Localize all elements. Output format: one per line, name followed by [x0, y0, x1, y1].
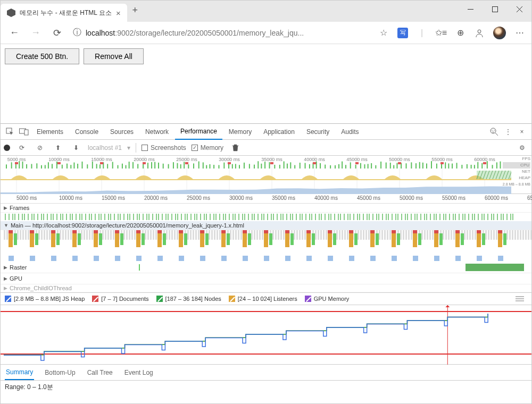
close-icon[interactable]: × [116, 9, 121, 18]
svg-text:15000 ms: 15000 ms [91, 157, 112, 162]
url-box[interactable]: ⓘ localhost:9002/storage/lecture/2020050… [69, 27, 372, 38]
svg-rect-113 [338, 164, 339, 169]
record-button[interactable] [4, 145, 10, 151]
browser-tab[interactable]: 메모리 누수 - 새로운 HTML 요소 × [1, 4, 127, 22]
frames-track[interactable] [1, 213, 531, 221]
svg-rect-44 [45, 165, 46, 169]
window-titlebar: 메모리 누수 - 새로운 HTML 요소 × + [1, 1, 531, 22]
legend-gpu[interactable]: GPU Memory [305, 296, 350, 302]
clear-icon[interactable]: ⊘ [34, 141, 46, 154]
memory-checkbox[interactable]: ✓Memory [192, 144, 223, 152]
favorites-bar-icon[interactable]: ✩≡ [436, 28, 446, 38]
upload-icon[interactable]: ⬆ [52, 141, 64, 154]
svg-rect-60 [112, 162, 113, 169]
account-icon[interactable] [474, 28, 485, 38]
tab-bottom-up[interactable]: Bottom-Up [44, 366, 76, 380]
svg-text:45000 ms: 45000 ms [346, 157, 368, 162]
memory-legend: [2.8 MB – 8.8 MB] JS Heap [7 – 7] Docume… [1, 292, 531, 305]
close-devtools-icon[interactable]: × [516, 125, 528, 138]
svg-rect-78 [188, 164, 189, 169]
svg-rect-39 [22, 162, 23, 169]
tab-audits[interactable]: Audits [336, 124, 364, 140]
inspect-icon[interactable] [4, 125, 16, 138]
tab-summary[interactable]: Summary [5, 365, 34, 380]
create-button[interactable]: Create 500 Btn. [5, 48, 79, 64]
tab-elements[interactable]: Elements [31, 124, 69, 140]
dropdown-icon[interactable]: ▾ [127, 144, 130, 152]
memory-chart[interactable] [1, 305, 531, 365]
reload-button[interactable]: ⟳ [47, 23, 66, 43]
new-tab-button[interactable]: + [127, 5, 143, 16]
legend-js-heap[interactable]: [2.8 MB – 8.8 MB] JS Heap [5, 296, 85, 302]
drag-handle-icon[interactable] [516, 296, 524, 301]
settings-icon[interactable]: ⚙ [516, 141, 528, 154]
more-icon[interactable]: ⋯ [514, 28, 525, 38]
tab-application[interactable]: Application [258, 124, 300, 140]
svg-rect-76 [180, 164, 181, 169]
translate-icon[interactable]: 写 [397, 28, 408, 38]
frames-track-header[interactable]: ▶Frames [1, 204, 531, 213]
svg-rect-41 [31, 164, 32, 169]
legend-nodes[interactable]: [187 – 36 184] Nodes [156, 296, 221, 302]
close-window-button[interactable] [507, 1, 531, 18]
tab-memory[interactable]: Memory [223, 124, 257, 140]
device-toolbar-icon[interactable] [18, 125, 30, 138]
site-info-icon[interactable]: ⓘ [73, 27, 81, 38]
svg-rect-61 [118, 165, 119, 169]
svg-rect-75 [177, 163, 178, 169]
feedback-icon[interactable] [488, 125, 501, 138]
svg-rect-89 [235, 164, 236, 169]
tab-network[interactable]: Network [140, 124, 174, 140]
range-text: Range: 0 – 1.0분 [1, 381, 531, 394]
trash-icon[interactable] [229, 141, 242, 154]
svg-rect-131 [415, 163, 417, 169]
svg-rect-103 [294, 165, 295, 169]
svg-rect-82 [206, 165, 207, 169]
svg-rect-56 [96, 164, 97, 169]
tab-call-tree[interactable]: Call Tree [86, 366, 114, 380]
overview-timeline[interactable]: 5000 ms10000 ms15000 ms20000 ms25000 ms3… [1, 156, 531, 194]
svg-rect-81 [203, 162, 204, 169]
svg-point-10 [494, 130, 495, 131]
svg-rect-35 [6, 164, 7, 169]
back-button[interactable]: ← [5, 23, 24, 43]
tab-console[interactable]: Console [70, 124, 104, 140]
svg-rect-124 [386, 163, 387, 169]
svg-rect-90 [239, 165, 240, 169]
screenshots-checkbox[interactable]: Screenshots [142, 144, 186, 152]
svg-rect-130 [411, 162, 412, 169]
tab-sources[interactable]: Sources [105, 124, 139, 140]
svg-rect-68 [147, 163, 148, 169]
raster-track[interactable]: ▶Raster [1, 262, 531, 273]
url-text: localhost:9002/storage/lecture/202005050… [86, 29, 304, 37]
maximize-button[interactable] [483, 1, 507, 18]
gpu-track[interactable]: ▶GPU [1, 273, 531, 284]
tab-performance[interactable]: Performance [175, 124, 222, 140]
svg-rect-95 [261, 164, 262, 169]
tab-event-log[interactable]: Event Log [123, 366, 154, 380]
download-icon[interactable]: ⬇ [70, 141, 82, 154]
svg-rect-165 [440, 162, 444, 164]
timeline-ruler[interactable]: 5000 ms10000 ms15000 ms20000 ms25000 ms3… [1, 194, 531, 204]
svg-rect-87 [228, 164, 229, 169]
profile-avatar[interactable] [493, 27, 506, 39]
minimize-button[interactable] [458, 1, 483, 18]
remove-button[interactable]: Remove All [84, 48, 144, 64]
svg-rect-163 [355, 162, 359, 164]
svg-rect-57 [99, 164, 101, 169]
legend-documents[interactable]: [7 – 7] Documents [92, 296, 148, 302]
kebab-icon[interactable]: ⋮ [502, 125, 514, 138]
svg-rect-88 [232, 164, 233, 169]
target-label[interactable]: localhost #1 [88, 144, 122, 152]
svg-rect-134 [426, 163, 427, 169]
svg-rect-62 [122, 164, 123, 169]
reload-record-icon[interactable]: ⟳ [15, 141, 28, 154]
childio-track[interactable]: ▶Chrome_ChildIOThread [1, 284, 531, 292]
main-track-header[interactable]: ▼Main — http://localhost:9002/storage/le… [1, 221, 531, 230]
main-track[interactable] [1, 230, 531, 262]
legend-listeners[interactable]: [24 – 10 024] Listeners [229, 296, 297, 302]
collections-icon[interactable]: ⊕ [455, 28, 466, 38]
svg-rect-129 [406, 163, 407, 169]
tab-security[interactable]: Security [301, 124, 335, 140]
favorite-icon[interactable]: ☆ [378, 28, 389, 38]
